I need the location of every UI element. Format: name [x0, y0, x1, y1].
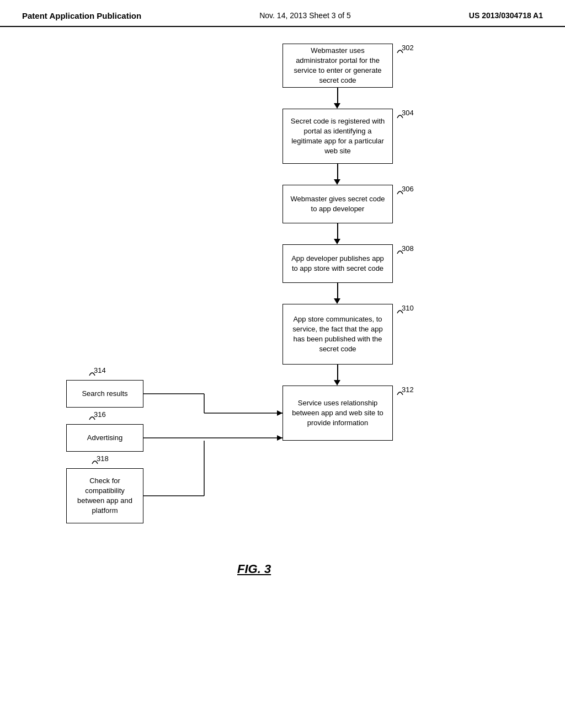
- arrowhead-304-306: [334, 179, 340, 185]
- box-318: Check for compatibility between app and …: [66, 468, 143, 523]
- ref-curve-306: [395, 188, 406, 196]
- box-310: App store communicates, to service, the …: [282, 304, 393, 365]
- arrow-308-310: [337, 283, 338, 299]
- ref-curve-312: [395, 388, 406, 397]
- box-308: App developer publishes app to app store…: [282, 244, 393, 283]
- ref-curve-318: [89, 457, 100, 465]
- ref-curve-308: [395, 247, 406, 255]
- fig-label: FIG. 3: [237, 562, 271, 576]
- arrowhead-306-308: [334, 239, 340, 244]
- svg-marker-6: [277, 435, 282, 441]
- box-302: Webmaster uses administrator portal for …: [282, 44, 393, 88]
- ref-curve-314: [87, 369, 98, 377]
- box-304: Secret code is registered with portal as…: [282, 109, 393, 164]
- svg-marker-3: [277, 410, 282, 416]
- header-center: Nov. 14, 2013 Sheet 3 of 5: [259, 11, 351, 20]
- ref-curve-310: [395, 307, 406, 315]
- ref-curve-316: [87, 413, 98, 421]
- ref-curve-304: [395, 111, 406, 120]
- box-316: Advertising: [66, 424, 143, 452]
- box-314: Search results: [66, 380, 143, 408]
- header-right: US 2013/0304718 A1: [469, 11, 543, 20]
- box-312: Service uses relationship between app an…: [282, 386, 393, 441]
- diagram-area: Webmaster uses administrator portal for …: [0, 27, 565, 689]
- arrowhead-308-310: [334, 298, 340, 304]
- arrow-306-308: [337, 223, 338, 240]
- ref-curve-302: [395, 46, 406, 55]
- box-306: Webmaster gives secret code to app devel…: [282, 185, 393, 223]
- header-left: Patent Application Publication: [22, 11, 141, 20]
- arrow-310-312: [337, 365, 338, 381]
- arrowhead-310-312: [334, 380, 340, 386]
- arrowhead-302-304: [334, 103, 340, 109]
- arrow-304-306: [337, 164, 338, 180]
- page-header: Patent Application Publication Nov. 14, …: [0, 0, 565, 27]
- arrow-302-304: [337, 88, 338, 104]
